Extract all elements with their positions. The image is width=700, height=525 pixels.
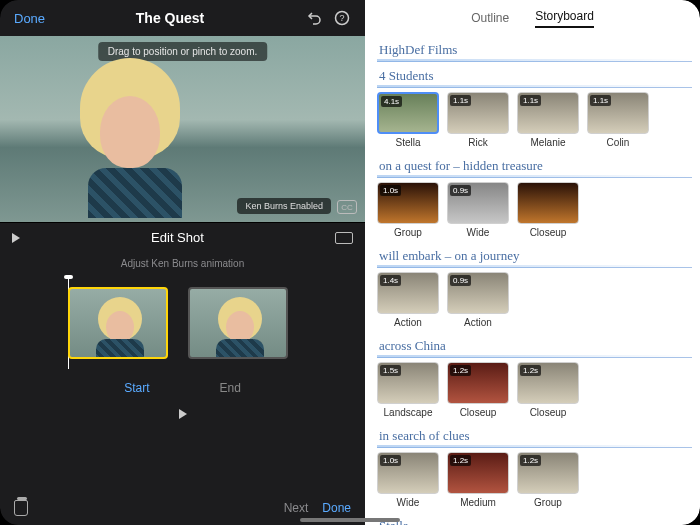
clip-label: Melanie — [517, 137, 579, 148]
duration-badge: 1.1s — [590, 95, 611, 106]
duration-badge: 1.1s — [450, 95, 471, 106]
section-title[interactable]: on a quest for – hidden treasure — [377, 156, 692, 178]
clip-card[interactable]: 1.1sColin — [587, 92, 649, 148]
duration-badge: 4.1s — [381, 96, 402, 107]
section-title[interactable]: 4 Students — [377, 66, 692, 88]
duration-badge: 0.9s — [450, 185, 471, 196]
clip-thumb[interactable]: 1.1s — [447, 92, 509, 134]
trash-icon[interactable] — [14, 500, 28, 516]
clip-label: Closeup — [517, 407, 579, 418]
project-title: The Quest — [45, 10, 295, 26]
clip-card[interactable]: 4.1sStella — [377, 92, 439, 148]
clip-card[interactable]: 0.9sAction — [447, 272, 509, 328]
clip-thumb[interactable]: 0.9s — [447, 182, 509, 224]
clip-label: Wide — [377, 497, 439, 508]
kb-start-label[interactable]: Start — [124, 381, 149, 395]
clip-label: Group — [377, 227, 439, 238]
clip-label: Medium — [447, 497, 509, 508]
tab-storyboard[interactable]: Storyboard — [535, 9, 594, 28]
clip-thumb[interactable]: 1.4s — [377, 272, 439, 314]
clip-thumb[interactable]: 1.0s — [377, 452, 439, 494]
clip-card[interactable]: 1.1sRick — [447, 92, 509, 148]
clip-label: Colin — [587, 137, 649, 148]
clip-card[interactable]: 1.2sGroup — [517, 452, 579, 508]
clip-card[interactable]: Closeup — [517, 182, 579, 238]
clip-card[interactable]: 1.2sCloseup — [517, 362, 579, 418]
clip-label: Closeup — [517, 227, 579, 238]
clip-label: Wide — [447, 227, 509, 238]
clip-label: Group — [517, 497, 579, 508]
section-title[interactable]: across China — [377, 336, 692, 358]
preview-subject — [70, 58, 190, 208]
duration-badge: 1.1s — [520, 95, 541, 106]
edit-shot-title: Edit Shot — [20, 230, 335, 245]
duration-badge: 1.2s — [520, 365, 541, 376]
kb-start-frame[interactable] — [68, 287, 168, 359]
duration-badge: 1.2s — [450, 455, 471, 466]
kb-end-label[interactable]: End — [219, 381, 240, 395]
clip-thumb[interactable]: 0.9s — [447, 272, 509, 314]
next-button[interactable]: Next — [284, 501, 309, 515]
video-preview[interactable]: Drag to position or pinch to zoom. Ken B… — [0, 36, 365, 222]
clip-card[interactable]: 1.2sCloseup — [447, 362, 509, 418]
clip-thumb[interactable] — [517, 182, 579, 224]
captions-icon[interactable]: CC — [337, 200, 357, 214]
clip-label: Action — [377, 317, 439, 328]
section-title[interactable]: Stella — [377, 516, 692, 525]
duration-badge: 0.9s — [450, 275, 471, 286]
tab-outline[interactable]: Outline — [471, 11, 509, 25]
svg-text:?: ? — [339, 13, 344, 23]
ken-burns-frames[interactable] — [58, 287, 308, 377]
clip-label: Stella — [377, 137, 439, 148]
clip-card[interactable]: 1.0sWide — [377, 452, 439, 508]
clip-thumb[interactable]: 1.2s — [517, 452, 579, 494]
clip-label: Action — [447, 317, 509, 328]
clip-card[interactable]: 0.9sWide — [447, 182, 509, 238]
clip-card[interactable]: 1.1sMelanie — [517, 92, 579, 148]
play-button[interactable] — [179, 409, 187, 419]
duration-badge: 1.0s — [380, 455, 401, 466]
done-button[interactable]: Done — [14, 11, 45, 26]
duration-badge: 1.4s — [380, 275, 401, 286]
video-mode-icon[interactable] — [335, 232, 353, 244]
clip-thumb[interactable]: 1.5s — [377, 362, 439, 404]
home-indicator — [300, 518, 400, 522]
clip-card[interactable]: 1.2sMedium — [447, 452, 509, 508]
clip-label: Closeup — [447, 407, 509, 418]
duration-badge: 1.5s — [380, 365, 401, 376]
undo-icon[interactable] — [305, 9, 323, 27]
kb-end-frame[interactable] — [188, 287, 288, 359]
clip-thumb[interactable]: 1.0s — [377, 182, 439, 224]
clip-thumb[interactable]: 1.1s — [587, 92, 649, 134]
duration-badge: 1.0s — [380, 185, 401, 196]
clip-thumb[interactable]: 1.2s — [447, 452, 509, 494]
section-title[interactable]: in search of clues — [377, 426, 692, 448]
clip-label: Rick — [447, 137, 509, 148]
done-lower-button[interactable]: Done — [322, 501, 351, 515]
play-icon[interactable] — [12, 233, 20, 243]
clip-card[interactable]: 1.4sAction — [377, 272, 439, 328]
ken-burns-badge: Ken Burns Enabled — [237, 198, 331, 214]
help-icon[interactable]: ? — [333, 9, 351, 27]
clip-thumb[interactable]: 4.1s — [377, 92, 439, 134]
clip-thumb[interactable]: 1.2s — [517, 362, 579, 404]
edit-subtitle: Adjust Ken Burns animation — [0, 252, 365, 269]
storyboard-panel[interactable]: HighDef Films4 Students4.1sStella1.1sRic… — [365, 36, 700, 525]
duration-badge: 1.2s — [450, 365, 471, 376]
section-title[interactable]: will embark – on a journey — [377, 246, 692, 268]
duration-badge: 1.2s — [520, 455, 541, 466]
clip-card[interactable]: 1.0sGroup — [377, 182, 439, 238]
clip-card[interactable]: 1.5sLandscape — [377, 362, 439, 418]
clip-thumb[interactable]: 1.2s — [447, 362, 509, 404]
clip-thumb[interactable]: 1.1s — [517, 92, 579, 134]
clip-label: Landscape — [377, 407, 439, 418]
section-title[interactable]: HighDef Films — [377, 40, 692, 62]
